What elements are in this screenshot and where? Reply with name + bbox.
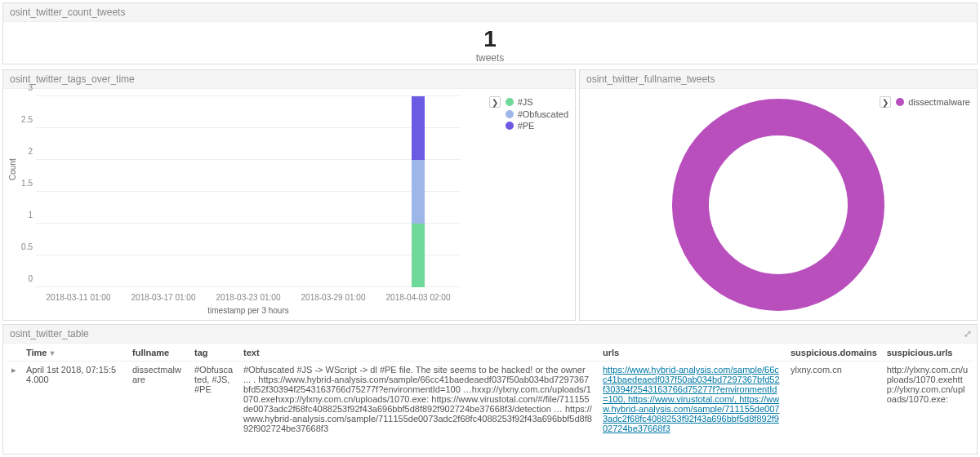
- panel-title: osint_twitter_tags_over_time: [3, 70, 575, 89]
- cell-susp-urls: http://ylxny.com.cn/uploads/1070.exehttp…: [882, 362, 973, 437]
- legend-toggle-icon[interactable]: ❯: [489, 96, 501, 108]
- x-tick: 2018-03-17 01:00: [131, 293, 196, 302]
- cell-time: April 1st 2018, 07:15:54.000: [21, 362, 127, 437]
- pie-legend: ❯dissectmalware: [880, 95, 970, 109]
- x-tick: 2018-03-11 01:00: [47, 293, 111, 302]
- col-text[interactable]: text: [238, 344, 598, 362]
- url-link[interactable]: https://www.hybrid-analysis.com/sample/6…: [603, 365, 780, 433]
- y-tick: 1: [11, 211, 33, 220]
- x-tick: 2018-03-23 01:00: [216, 293, 281, 302]
- expand-icon[interactable]: ⤢: [964, 328, 972, 339]
- legend-toggle-icon[interactable]: ❯: [880, 96, 891, 108]
- bar-chart-area[interactable]: Count 0 0.5 1 1.5 2 2.5 3 2018-03-11 01:…: [36, 96, 461, 287]
- sort-desc-icon: ▼: [48, 349, 56, 357]
- panel-title: osint_twitter_table: [3, 325, 977, 344]
- cell-fullname: dissectmalware: [127, 362, 189, 437]
- x-tick: 2018-03-29 01:00: [301, 293, 366, 302]
- tweet-count-label: tweets: [3, 52, 977, 64]
- legend-label[interactable]: dissectmalware: [908, 97, 970, 107]
- col-time[interactable]: Time▼: [21, 344, 127, 362]
- y-tick: 2: [11, 147, 33, 156]
- swatch-pe: [506, 122, 514, 130]
- donut-chart[interactable]: [672, 99, 884, 311]
- bar-seg-pe: [412, 96, 425, 160]
- y-tick: 0: [11, 274, 33, 283]
- stacked-bar[interactable]: [412, 96, 425, 287]
- col-tag[interactable]: tag: [189, 344, 238, 362]
- y-axis-label: Count: [8, 158, 17, 180]
- panel-fullname-tweets: osint_twitter_fullname_tweets ❯dissectma…: [579, 69, 978, 321]
- x-tick: 2018-04-03 02:00: [386, 293, 451, 302]
- tweet-count-value: 1: [3, 26, 977, 52]
- col-susp-urls[interactable]: suspicious.urls: [882, 344, 973, 362]
- panel-twitter-table: osint_twitter_table ⤢ Time▼ fullname tag…: [2, 324, 978, 455]
- legend-label[interactable]: #Obfuscated: [518, 109, 568, 119]
- col-susp-domains[interactable]: suspicious.domains: [786, 344, 882, 362]
- cell-tag: #Obfuscated, #JS, #PE: [189, 362, 238, 437]
- cell-text: #Obfuscated #JS -> WScript -> dl #PE fil…: [238, 362, 598, 437]
- y-tick: 0.5: [11, 242, 33, 251]
- tweets-table: Time▼ fullname tag text urls suspicious.…: [7, 344, 973, 437]
- bar-seg-js: [412, 224, 425, 287]
- x-axis-label: timestamp per 3 hours: [36, 306, 461, 315]
- swatch-dissectmalware: [896, 98, 904, 106]
- y-tick: 1.5: [11, 179, 33, 188]
- cell-susp-domains: ylxny.com.cn: [786, 362, 882, 437]
- swatch-js: [506, 98, 514, 106]
- col-fullname[interactable]: fullname: [127, 344, 189, 362]
- swatch-obfuscated: [506, 110, 514, 118]
- y-tick: 3: [11, 83, 33, 92]
- row-expand-icon[interactable]: ▸: [7, 362, 21, 437]
- panel-title: osint_twitter_count_tweets: [3, 3, 977, 22]
- y-tick: 2.5: [11, 115, 33, 124]
- col-urls[interactable]: urls: [598, 344, 786, 362]
- legend-label[interactable]: #PE: [518, 121, 535, 131]
- bar-legend: ❯#JS #Obfuscated #PE: [489, 95, 568, 132]
- panel-title: osint_twitter_fullname_tweets: [580, 70, 977, 89]
- bar-seg-obfuscated: [412, 160, 425, 224]
- panel-count-tweets: osint_twitter_count_tweets 1 tweets: [2, 2, 978, 64]
- table-header-row: Time▼ fullname tag text urls suspicious.…: [7, 344, 973, 362]
- panel-tags-over-time: osint_twitter_tags_over_time Count 0 0.5…: [2, 69, 576, 321]
- cell-urls: https://www.hybrid-analysis.com/sample/6…: [598, 362, 786, 437]
- legend-label[interactable]: #JS: [518, 97, 533, 107]
- table-row: ▸ April 1st 2018, 07:15:54.000 dissectma…: [7, 362, 973, 437]
